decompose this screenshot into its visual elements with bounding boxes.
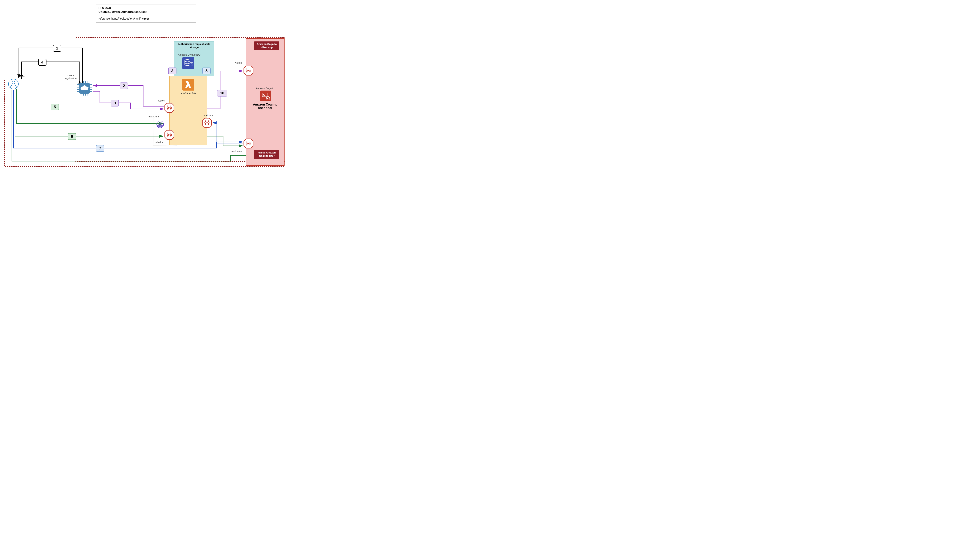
step-2: 2 <box>120 83 128 89</box>
native-cognito-user-box: Native Amazon Cognito user <box>254 150 279 159</box>
svg-point-25 <box>208 122 209 124</box>
svg-point-30 <box>12 81 15 84</box>
user-icon <box>8 79 19 90</box>
grant-name: OAuth 2.0 Device Authorization Grant <box>99 10 194 14</box>
reference-url: reference: https://tools.ietf.org/html/r… <box>99 17 194 21</box>
step-6: 6 <box>68 133 76 140</box>
endpoint-device-label: /device <box>155 141 163 144</box>
step-1: 1 <box>53 45 61 52</box>
svg-point-15 <box>246 70 248 71</box>
step-4: 4 <box>38 59 46 65</box>
svg-rect-13 <box>161 126 163 127</box>
step-5: 5 <box>51 104 59 110</box>
lambda-label: AWS Lambda <box>181 92 196 95</box>
storage-header: Authorization request state storage <box>174 41 214 50</box>
cognito-service-icon <box>260 91 271 102</box>
cognito-client-app-label: Amazon Cognito client app <box>257 43 277 49</box>
svg-point-27 <box>246 143 248 144</box>
endpoint-token-cognito-icon <box>243 65 254 77</box>
svg-point-16 <box>249 70 251 71</box>
svg-rect-11 <box>157 126 159 127</box>
client-app-label: Client application <box>63 74 78 80</box>
client-app-icon <box>77 80 93 97</box>
amazon-cognito-label: Amazon Cognito <box>256 87 274 90</box>
diagram-canvas: RFC 8628 OAuth 2.0 Device Authorization … <box>4 4 292 171</box>
rfc-number: RFC 8628 <box>99 6 194 10</box>
dynamodb-label: Amazon DynamoDB <box>178 53 200 56</box>
endpoint-token-label: /token <box>158 99 165 102</box>
svg-rect-12 <box>159 126 161 127</box>
alb-icon <box>156 120 164 129</box>
step-10: 10 <box>217 90 227 96</box>
title-box: RFC 8628 OAuth 2.0 Device Authorization … <box>96 4 196 22</box>
svg-text:{}: {} <box>191 63 192 65</box>
alb-label: AWS ALB <box>148 115 159 118</box>
endpoint-token-icon <box>164 102 175 114</box>
endpoint-token-cognito-label: /token <box>235 61 242 64</box>
cognito-pool-title: Amazon Cognito user pool <box>251 103 280 110</box>
dynamodb-icon: {} <box>182 57 194 70</box>
step-9: 9 <box>110 100 119 107</box>
svg-point-48 <box>83 85 86 86</box>
native-cognito-user-label: Native Amazon Cognito user <box>258 151 276 157</box>
svg-rect-0 <box>260 91 271 101</box>
svg-point-22 <box>170 134 172 136</box>
step-3: 3 <box>168 67 176 74</box>
user-label: User <box>20 75 25 78</box>
svg-point-19 <box>170 107 172 108</box>
svg-point-18 <box>167 107 169 108</box>
svg-point-24 <box>205 122 206 124</box>
step-8: 8 <box>202 67 211 74</box>
svg-rect-10 <box>159 122 161 124</box>
endpoint-authorize-icon <box>243 138 254 150</box>
svg-point-28 <box>249 143 251 144</box>
step-7: 7 <box>96 145 104 152</box>
lambda-icon <box>182 79 194 91</box>
svg-point-21 <box>167 134 169 136</box>
endpoint-callback-label: /callback <box>203 114 213 117</box>
endpoint-authorize-label: /authorize <box>232 150 243 153</box>
endpoint-callback-icon <box>202 117 212 129</box>
endpoint-device-icon <box>164 129 175 141</box>
cognito-client-app-box: Amazon Cognito client app <box>254 41 279 50</box>
